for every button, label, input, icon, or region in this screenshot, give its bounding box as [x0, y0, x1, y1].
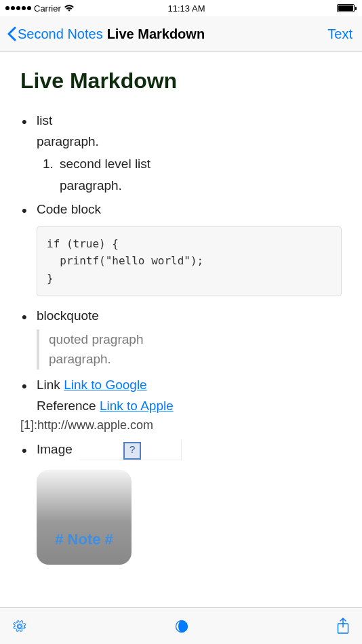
text-mode-button[interactable]: Text — [327, 26, 353, 42]
list-item: blockquote quoted pragraph paragraph. — [37, 306, 342, 369]
back-label: Second Notes — [18, 26, 103, 42]
blockquote: quoted pragraph paragraph. — [37, 329, 342, 369]
nested-list-item: second level list paragraph. — [57, 154, 342, 195]
contrast-icon — [175, 620, 188, 633]
reference-label: Reference — [37, 399, 100, 413]
gear-icon — [12, 619, 27, 634]
share-button[interactable] — [336, 618, 350, 635]
list-item: list paragraph. second level list paragr… — [37, 110, 342, 196]
clock-label: 11:13 AM — [5, 3, 362, 14]
code-label: Code block — [37, 202, 101, 216]
code-block: if (true) { printf("hello world"); } — [37, 226, 342, 296]
link-apple[interactable]: Link to Apple — [100, 399, 174, 413]
list-label: list — [37, 113, 52, 127]
svg-point-0 — [18, 624, 22, 628]
list-paragraph: paragraph. — [37, 132, 342, 151]
share-icon — [336, 618, 350, 635]
list-item: Image # Note # — [37, 439, 342, 565]
page-title: Live Markdown — [107, 26, 205, 42]
link-label: Link — [37, 378, 64, 392]
nav-bar: Second Notes Live Markdown Text — [0, 16, 362, 52]
battery-icon — [337, 4, 357, 12]
broken-image-icon — [80, 440, 182, 460]
link-google[interactable]: Link to Google — [64, 378, 147, 392]
doc-heading: Live Markdown — [20, 64, 342, 98]
list-item: Code block if (true) { printf("hello wor… — [37, 199, 342, 296]
blockquote-line: quoted pragraph — [49, 329, 342, 349]
blockquote-line: paragraph. — [49, 349, 342, 369]
status-bar: Carrier 11:13 AM — [0, 0, 362, 16]
note-icon-text: # Note # — [55, 528, 113, 551]
nested-list-label: second level list — [60, 157, 150, 171]
document-content[interactable]: Live Markdown list paragraph. second lev… — [0, 52, 362, 607]
list-item: Link Link to Google Reference Link to Ap… — [37, 375, 342, 435]
chevron-left-icon — [7, 26, 16, 41]
settings-button[interactable] — [12, 619, 27, 634]
note-app-icon: # Note # — [37, 470, 132, 565]
back-button[interactable]: Second Notes — [7, 26, 103, 42]
blockquote-label: blockquote — [37, 308, 99, 323]
nested-list-paragraph: paragraph. — [60, 176, 342, 195]
reference-definition: [1]:http://www.apple.com — [20, 416, 342, 435]
bottom-toolbar — [0, 607, 362, 644]
theme-button[interactable] — [175, 620, 188, 633]
image-label: Image — [37, 442, 73, 456]
